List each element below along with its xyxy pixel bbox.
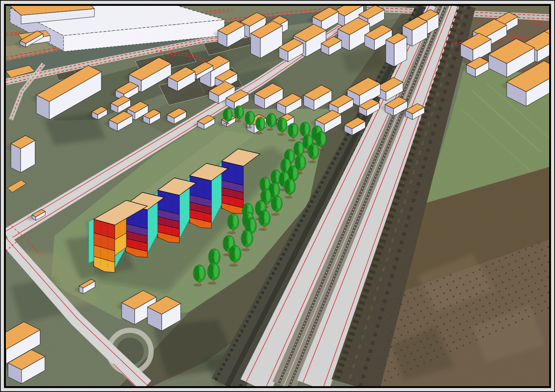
screenshot-stage xyxy=(0,0,555,392)
3d-scene-canvas[interactable] xyxy=(6,6,549,386)
3d-map-viewport[interactable] xyxy=(6,6,549,386)
photo-grain xyxy=(6,6,549,386)
